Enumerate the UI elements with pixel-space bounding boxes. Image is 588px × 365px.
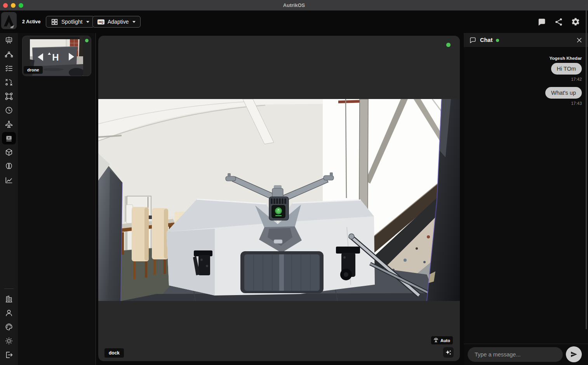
message-sender: Yogesh Khedar: [550, 56, 582, 61]
clock-icon: [5, 106, 13, 115]
plane-icon: [5, 120, 13, 129]
app-window: AutrikOS 2 Active Spotlight HQ Adaptive: [0, 0, 588, 365]
sidebar-item-analytics[interactable]: [2, 174, 16, 186]
dock-camera-feed: [98, 99, 460, 301]
sidebar-item-3d[interactable]: [2, 146, 16, 158]
gear-icon: [571, 17, 580, 26]
sidebar-item-brightness[interactable]: [2, 335, 16, 347]
video-thumbnail-panel: H drone: [18, 33, 96, 365]
active-count-label: 2 Active: [22, 10, 40, 33]
adaptive-label: Adaptive: [108, 19, 129, 25]
chevron-down-icon: [86, 21, 89, 23]
window-title: AutrikOS: [0, 2, 588, 8]
chat-message-bubble: Hi TOm: [551, 63, 582, 75]
sidebar-item-dashboard[interactable]: [2, 34, 16, 47]
spotlight-label: Spotlight: [61, 19, 82, 25]
hq-icon: HQ: [97, 19, 104, 24]
user-icon: [5, 309, 13, 317]
auto-label: Auto: [440, 338, 450, 343]
building-icon: [5, 295, 13, 303]
close-icon: [576, 37, 583, 43]
titlebar: AutrikOS: [0, 0, 588, 10]
sidebar-item-history[interactable]: [2, 104, 16, 116]
chat-icon: [537, 17, 546, 26]
sidebar-item-theme[interactable]: [2, 321, 16, 333]
app-logo[interactable]: [1, 12, 17, 30]
sparkles-icon: [445, 349, 452, 356]
chat-header: Chat: [464, 33, 588, 47]
chat-bubble-icon: [469, 36, 477, 44]
chat-close-button[interactable]: [576, 37, 583, 43]
chat-input-bar: [464, 344, 588, 365]
sidebar-item-strategy[interactable]: [2, 76, 16, 89]
online-status-dot: [496, 39, 499, 42]
chat-message-bubble: What's up: [545, 87, 582, 99]
cube-3d-icon: [5, 148, 13, 156]
chat-toggle-button[interactable]: [537, 17, 546, 26]
chat-panel: Chat Yogesh Khedar Hi TOm 17:42 What's u…: [464, 33, 588, 365]
chat-message-list: Yogesh Khedar Hi TOm 17:42 What's up 17:…: [464, 47, 588, 344]
spotlight-layout-dropdown[interactable]: Spotlight: [46, 16, 94, 28]
palette-icon: [5, 323, 13, 331]
share-icon: [554, 17, 563, 26]
sidebar-nav: [0, 33, 18, 365]
sidebar-item-ai[interactable]: [2, 160, 16, 172]
adaptive-quality-dropdown[interactable]: HQ Adaptive: [92, 16, 141, 28]
online-status-dot: [446, 43, 451, 47]
object-frame-icon: [5, 92, 13, 101]
thumbnail-label: drone: [24, 66, 43, 74]
sidebar-item-organization[interactable]: [2, 293, 16, 305]
dock-video-tile[interactable]: dock Auto: [98, 36, 460, 361]
sidebar-item-routes[interactable]: [2, 48, 16, 61]
chat-title: Chat: [480, 37, 492, 43]
video-stream-icon: [5, 134, 13, 143]
antenna-icon: [433, 337, 439, 343]
strategy-icon: [5, 78, 13, 87]
share-button[interactable]: [554, 17, 563, 26]
message-timestamp: 17:43: [571, 101, 582, 106]
logout-icon: [5, 351, 13, 359]
svg-text:H: H: [52, 52, 59, 63]
drone-thumbnail[interactable]: H drone: [22, 36, 91, 76]
line-chart-icon: [5, 176, 13, 184]
send-message-button[interactable]: [566, 346, 582, 362]
bezier-curve-icon: [5, 50, 13, 59]
main-view-label: dock: [104, 348, 124, 358]
chevron-down-icon: [132, 21, 136, 23]
dashboard-grid-icon: [51, 18, 58, 26]
sidebar-item-object-frame[interactable]: [2, 90, 16, 103]
sidebar-divider: [4, 289, 14, 289]
auto-quality-button[interactable]: Auto: [431, 336, 453, 344]
message-timestamp: 17:42: [571, 77, 582, 82]
sidebar-item-logout[interactable]: [2, 349, 16, 361]
sidebar-item-checklist[interactable]: [2, 62, 16, 75]
checklist-icon: [5, 64, 13, 73]
sidebar-item-flights[interactable]: [2, 118, 16, 130]
online-status-dot: [85, 39, 89, 42]
chat-message-input[interactable]: [468, 347, 563, 362]
window-scrollbar[interactable]: [586, 4, 587, 329]
brain-icon: [5, 162, 13, 170]
sidebar-item-profile[interactable]: [2, 307, 16, 319]
sidebar-item-video-wall[interactable]: [2, 132, 16, 144]
enhance-button[interactable]: [443, 347, 454, 358]
presentation-board-icon: [5, 36, 13, 45]
brightness-icon: [5, 337, 13, 345]
send-icon: [570, 350, 578, 358]
toolbar: 2 Active Spotlight HQ Adaptive: [0, 10, 588, 33]
settings-button[interactable]: [571, 17, 580, 26]
